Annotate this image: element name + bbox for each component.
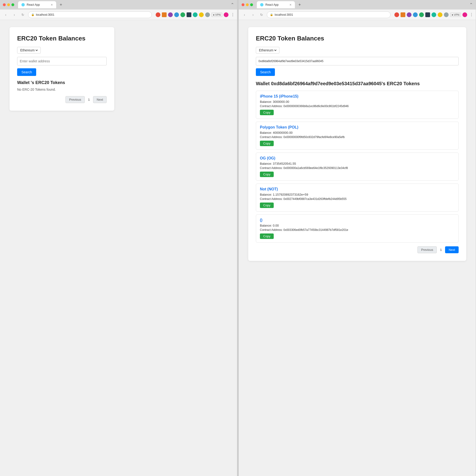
new-tab-button[interactable]: + xyxy=(58,2,64,8)
token-name-3: Not (NOT) xyxy=(260,187,455,191)
left-address-text: localhost:3001 xyxy=(36,13,54,17)
close-button[interactable] xyxy=(3,3,6,6)
right-close-button[interactable] xyxy=(241,3,244,6)
left-tab-title: React App xyxy=(27,3,40,6)
right-ext-icon-7[interactable] xyxy=(431,12,436,17)
right-ext-icon-1[interactable] xyxy=(394,12,399,17)
ext-icon-3[interactable] xyxy=(168,12,173,17)
right-ext-icon-4[interactable] xyxy=(413,12,418,17)
right-previous-button[interactable]: Previous xyxy=(417,246,437,253)
right-address-text: localhost:3001 xyxy=(275,13,293,17)
token-card: iPhone 15 (iPhone15) Balance: 3000000.00… xyxy=(256,91,459,119)
copy-button-1[interactable]: Copy xyxy=(260,141,274,146)
token-balance-0: Balance: 3000000.00 xyxy=(260,100,455,103)
left-traffic-lights xyxy=(3,3,14,6)
token-card: () Balance: 0.00 Contract Address: 0x003… xyxy=(256,214,459,242)
token-name-4: () xyxy=(260,218,455,222)
token-name-0: iPhone 15 (iPhone15) xyxy=(260,94,455,99)
right-traffic-lights xyxy=(241,3,253,6)
right-browser-content: ERC20 Token Balances Ethereum Search Wal… xyxy=(239,20,476,476)
copy-button-2[interactable]: Copy xyxy=(260,171,274,177)
left-previous-button[interactable]: Previous xyxy=(66,96,85,103)
left-search-button[interactable]: Search xyxy=(17,68,36,76)
ext-icon-9[interactable] xyxy=(205,12,210,17)
right-browser-panel: React App ✕ + ⌃ ‹ › ↻ 🔒 localhost:3001 xyxy=(239,0,476,476)
right-ext-icon-10[interactable] xyxy=(462,12,467,17)
lock-icon: 🔒 xyxy=(31,13,34,16)
right-minimize-button[interactable] xyxy=(246,3,249,6)
refresh-button[interactable]: ↻ xyxy=(19,11,26,18)
ext-icon-7[interactable] xyxy=(193,12,198,17)
left-wallet-input[interactable] xyxy=(17,57,107,66)
right-back-button[interactable]: ‹ xyxy=(241,11,248,18)
token-contract-1: Contract Address: 0x00000000f9fd50c832d7… xyxy=(260,136,455,139)
ext-icon-1[interactable] xyxy=(156,12,160,17)
right-window-controls: ⌃ xyxy=(469,2,473,7)
copy-button-3[interactable]: Copy xyxy=(260,203,274,208)
right-menu-dots-icon[interactable]: ⋮ xyxy=(470,12,473,17)
tab-close-icon[interactable]: ✕ xyxy=(51,3,53,6)
right-wallet-input[interactable] xyxy=(256,57,459,66)
left-network-selector[interactable]: Ethereum xyxy=(17,47,41,53)
right-network-select[interactable]: Ethereum xyxy=(258,48,277,52)
right-titlebar: React App ✕ + ⌃ xyxy=(239,0,476,10)
right-maximize-button[interactable] xyxy=(250,3,253,6)
right-pagination: Previous 1 Next xyxy=(256,246,459,253)
right-page-number: 1 xyxy=(438,247,444,253)
left-browser-tab[interactable]: React App ✕ xyxy=(18,1,56,8)
left-browser-chrome: React App ✕ + ⌃ ‹ › ↻ 🔒 localhost:3001 xyxy=(0,0,237,20)
ext-icon-6[interactable] xyxy=(187,12,191,17)
ext-icon-8[interactable] xyxy=(199,12,204,17)
right-browser-chrome: React App ✕ + ⌃ ‹ › ↻ 🔒 localhost:3001 xyxy=(239,0,476,20)
right-search-button[interactable]: Search xyxy=(256,68,275,76)
left-app-card: ERC20 Token Balances Ethereum Search Wal… xyxy=(10,27,114,111)
window-controls: ⌃ xyxy=(231,2,234,7)
right-network-selector[interactable]: Ethereum xyxy=(256,47,279,53)
right-address-bar[interactable]: 🔒 localhost:3001 xyxy=(267,11,391,18)
right-ext-icon-5[interactable] xyxy=(419,12,424,17)
left-network-select[interactable]: Ethereum xyxy=(19,48,38,52)
menu-dots-icon[interactable]: ⋮ xyxy=(231,12,235,17)
token-contract-3: Contract Address: 0x0027449bf0887ca3e431… xyxy=(260,197,455,201)
copy-button-4[interactable]: Copy xyxy=(260,234,274,239)
back-button[interactable]: ‹ xyxy=(2,11,9,18)
ext-icon-4[interactable] xyxy=(174,12,179,17)
token-card: Not (NOT) Balance: 1.157920892373162e+59… xyxy=(256,184,459,212)
tab-favicon-icon xyxy=(21,3,25,6)
right-refresh-button[interactable]: ↻ xyxy=(258,11,265,18)
token-balance-3: Balance: 1.157920892373162e+59 xyxy=(260,193,455,196)
left-browser-panel: React App ✕ + ⌃ ‹ › ↻ 🔒 localhost:3001 xyxy=(0,0,237,476)
token-list: iPhone 15 (iPhone15) Balance: 3000000.00… xyxy=(256,91,459,242)
right-app-card: ERC20 Token Balances Ethereum Search Wal… xyxy=(248,27,466,261)
ext-icon-10[interactable] xyxy=(224,12,228,17)
right-ext-icon-8[interactable] xyxy=(438,12,442,17)
right-forward-button[interactable]: › xyxy=(250,11,256,18)
left-titlebar: React App ✕ + ⌃ xyxy=(0,0,237,10)
right-ext-icon-3[interactable] xyxy=(407,12,411,17)
left-page-number: 1 xyxy=(86,96,92,103)
left-no-tokens-msg: No ERC-20 Tokens found. xyxy=(17,87,107,91)
right-wallet-prefix: Wallet xyxy=(256,81,270,86)
left-address-bar[interactable]: 🔒 localhost:3001 xyxy=(28,11,152,18)
forward-button[interactable]: › xyxy=(11,11,17,18)
right-new-tab-button[interactable]: + xyxy=(297,2,303,8)
right-ext-icon-2[interactable] xyxy=(401,12,405,17)
right-vpn-badge[interactable]: ● VPN xyxy=(450,13,461,17)
ext-icon-2[interactable] xyxy=(162,12,167,17)
vpn-badge[interactable]: ● VPN xyxy=(211,13,222,17)
minimize-button[interactable] xyxy=(7,3,10,6)
left-extensions: ● VPN ⋮ xyxy=(156,12,235,17)
token-contract-2: Contract Address: 0x000000a1a6cb569ee64e… xyxy=(260,166,455,170)
right-browser-tab[interactable]: React App ✕ xyxy=(257,1,295,8)
right-ext-icon-9[interactable] xyxy=(444,12,449,17)
right-tab-close-icon[interactable]: ✕ xyxy=(289,3,291,6)
ext-icon-5[interactable] xyxy=(180,12,185,17)
right-ext-icon-6[interactable] xyxy=(425,12,430,17)
left-next-button[interactable]: Next xyxy=(93,96,107,103)
right-lock-icon: 🔒 xyxy=(270,13,273,16)
right-next-button[interactable]: Next xyxy=(445,246,459,253)
maximize-button[interactable] xyxy=(11,3,14,6)
token-balance-4: Balance: 0.00 xyxy=(260,224,455,227)
copy-button-0[interactable]: Copy xyxy=(260,110,274,115)
left-browser-content: ERC20 Token Balances Ethereum Search Wal… xyxy=(0,20,237,476)
